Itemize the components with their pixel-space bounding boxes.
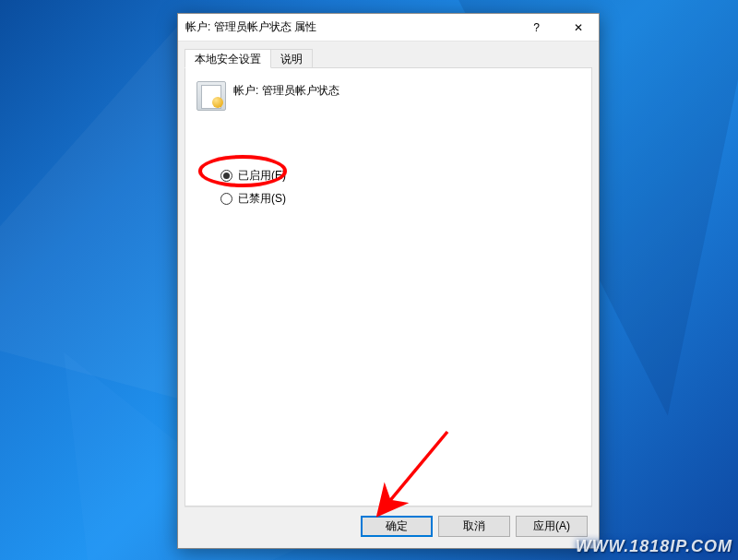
tab-label: 本地安全设置 (195, 53, 261, 66)
button-label: 应用(A) (533, 518, 570, 534)
policy-title: 帐户: 管理员帐户状态 (233, 81, 339, 99)
security-policy-icon (196, 81, 226, 111)
radio-enabled[interactable]: 已启用(E) (220, 168, 580, 184)
cancel-button[interactable]: 取消 (438, 516, 510, 537)
tab-strip: 本地安全设置 说明 (184, 49, 592, 68)
ok-button[interactable]: 确定 (361, 516, 433, 537)
dialog-client-area: 本地安全设置 说明 帐户: 管理员帐户状态 已启用(E) 已禁用(S) (178, 42, 599, 548)
radio-label: 已禁用(S) (238, 191, 286, 207)
radio-label: 已启用(E) (238, 168, 286, 184)
radio-indicator-icon (220, 193, 232, 205)
properties-dialog: 帐户: 管理员帐户状态 属性 ? ✕ 本地安全设置 说明 帐户: 管理员帐户状态 (177, 13, 600, 549)
tab-explain[interactable]: 说明 (270, 49, 313, 68)
dialog-button-row: 确定 取消 应用(A) (184, 506, 592, 545)
titlebar[interactable]: 帐户: 管理员帐户状态 属性 ? ✕ (178, 14, 599, 42)
close-button[interactable]: ✕ (557, 14, 599, 41)
window-title: 帐户: 管理员帐户状态 属性 (185, 19, 516, 35)
button-label: 取消 (463, 518, 485, 534)
watermark-text: WWW.1818IP.COM (576, 537, 732, 556)
radio-group-state: 已启用(E) 已禁用(S) (220, 168, 580, 207)
policy-header: 帐户: 管理员帐户状态 (196, 81, 580, 111)
help-icon: ? (533, 21, 540, 34)
apply-button[interactable]: 应用(A) (516, 516, 588, 537)
close-icon: ✕ (574, 21, 583, 34)
tab-label: 说明 (280, 53, 303, 66)
tab-page-content: 帐户: 管理员帐户状态 已启用(E) 已禁用(S) (184, 67, 592, 506)
help-button[interactable]: ? (516, 14, 557, 41)
button-label: 确定 (386, 518, 408, 534)
radio-indicator-icon (220, 170, 232, 182)
tab-local-security[interactable]: 本地安全设置 (184, 49, 271, 68)
radio-disabled[interactable]: 已禁用(S) (220, 191, 580, 207)
